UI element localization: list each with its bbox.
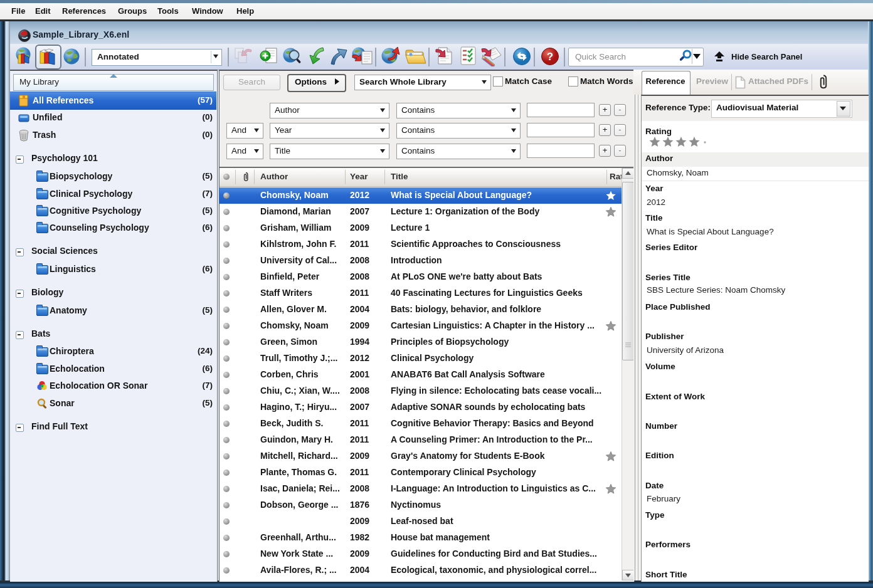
svg-text:?: ? (547, 51, 553, 63)
